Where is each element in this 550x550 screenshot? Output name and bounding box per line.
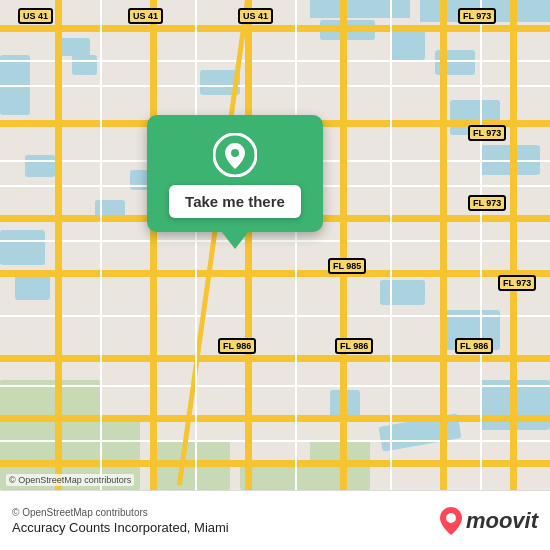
location-name: Accuracy Counts Incorporated, Miami xyxy=(12,520,229,535)
shield-fl985: FL 985 xyxy=(328,258,366,274)
road-h-top xyxy=(0,25,550,32)
moovit-text: moovit xyxy=(466,508,538,534)
water4 xyxy=(390,30,425,60)
map-container: Take me there US 41 US 41 US 41 FL 973 F… xyxy=(0,0,550,490)
road-h-minor8 xyxy=(0,440,550,442)
shield-us41b: US 41 xyxy=(128,8,163,24)
road-v-1 xyxy=(55,0,62,490)
road-v-6 xyxy=(510,0,517,490)
road-h-4 xyxy=(0,270,550,277)
popup-triangle xyxy=(221,231,249,249)
bottom-bar: © OpenStreetMap contributors Accuracy Co… xyxy=(0,490,550,550)
moovit-pin-icon xyxy=(440,507,462,535)
water-top xyxy=(310,0,410,18)
svg-point-1 xyxy=(231,149,239,157)
moovit-logo[interactable]: moovit xyxy=(440,507,538,535)
water9 xyxy=(380,280,425,305)
water-left4 xyxy=(25,155,55,177)
shield-fl973c: FL 973 xyxy=(468,195,506,211)
road-h-minor1 xyxy=(0,60,550,62)
road-v-minor4 xyxy=(390,0,392,490)
road-h-minor7 xyxy=(0,385,550,387)
road-h-7 xyxy=(0,460,550,467)
shield-fl973d: FL 973 xyxy=(498,275,536,291)
popup: Take me there xyxy=(140,115,330,249)
road-v-4 xyxy=(340,0,347,490)
osm-credit: © OpenStreetMap contributors xyxy=(12,507,229,518)
water-left2 xyxy=(0,230,45,265)
shield-us41a: US 41 xyxy=(18,8,53,24)
road-v-5 xyxy=(440,0,447,490)
water2 xyxy=(72,55,97,75)
popup-label[interactable]: Take me there xyxy=(169,185,301,218)
road-v-minor1 xyxy=(100,0,102,490)
road-h-minor6 xyxy=(0,315,550,317)
shield-fl973a: FL 973 xyxy=(458,8,496,24)
popup-box: Take me there xyxy=(147,115,323,232)
bottom-left: © OpenStreetMap contributors Accuracy Co… xyxy=(12,507,229,535)
map-attribution: © OpenStreetMap contributors xyxy=(6,474,134,486)
road-h-5 xyxy=(0,355,550,362)
shield-fl986b: FL 986 xyxy=(335,338,373,354)
road-v-minor5 xyxy=(480,0,482,490)
water-left3 xyxy=(15,275,50,300)
road-h-6 xyxy=(0,415,550,422)
shield-fl973b: FL 973 xyxy=(468,125,506,141)
shield-us41c: US 41 xyxy=(238,8,273,24)
location-pin-icon xyxy=(213,133,257,177)
road-h-minor2 xyxy=(0,85,550,87)
shield-fl986a: FL 986 xyxy=(218,338,256,354)
svg-point-2 xyxy=(446,513,456,523)
shield-fl986c: FL 986 xyxy=(455,338,493,354)
